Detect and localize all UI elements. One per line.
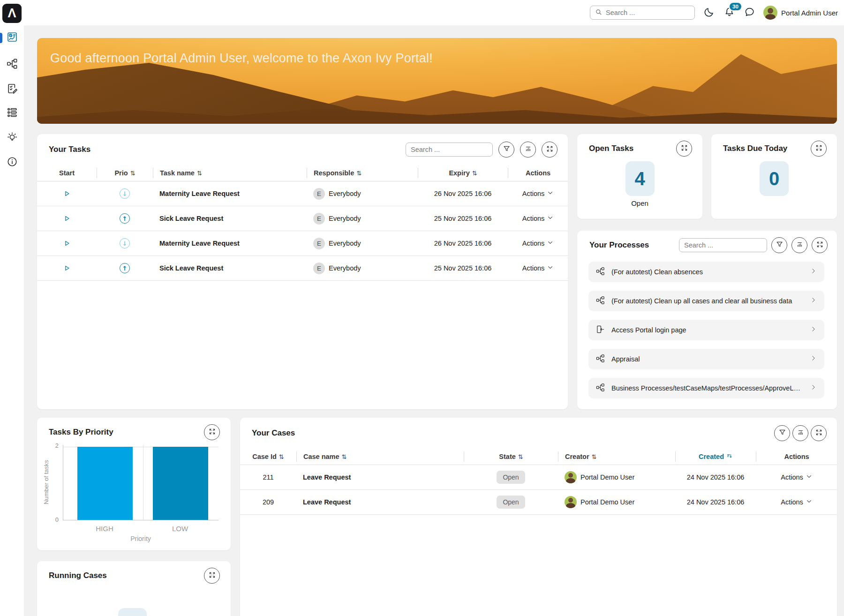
- task-expiry: 26 Nov 2025 16:06: [418, 240, 508, 247]
- portal-dashboard: Λ 30: [0, 0, 844, 616]
- task-row[interactable]: Sick Leave Request EEverybody 25 Nov 202…: [37, 206, 568, 231]
- col-case-id[interactable]: Case Id⇅: [240, 451, 296, 462]
- case-row[interactable]: 209 Leave Request Open Portal Demo User …: [240, 490, 837, 515]
- state-badge: Open: [497, 496, 525, 509]
- global-search[interactable]: [590, 6, 695, 20]
- tasks-chart-button[interactable]: [520, 142, 536, 158]
- open-tasks-title: Open Tasks: [589, 144, 633, 153]
- task-name: Sick Leave Request: [153, 215, 307, 222]
- cases-table-header: Case Id⇅ Case name⇅ State⇅ Creator⇅ Crea…: [240, 449, 837, 465]
- task-expiry: 25 Nov 2025 16:06: [418, 215, 508, 222]
- task-row[interactable]: Maternity Leave Request EEverybody 26 No…: [37, 181, 568, 206]
- case-actions-dropdown[interactable]: Actions: [781, 498, 812, 506]
- greeting-text: Good afternoon Portal Admin User, welcom…: [50, 51, 433, 66]
- chart-expand-button[interactable]: [204, 424, 220, 440]
- task-actions-dropdown[interactable]: Actions: [522, 215, 554, 222]
- col-expiry[interactable]: Expiry⇅: [418, 168, 508, 178]
- process-icon: [596, 383, 605, 394]
- cases-chart-button[interactable]: [792, 425, 808, 441]
- filter-icon: [503, 145, 511, 155]
- topbar: 30 Portal Admin User: [24, 0, 844, 25]
- col-case-name[interactable]: Case name⇅: [296, 451, 464, 462]
- sidebar-item-cases[interactable]: [0, 105, 24, 122]
- running-cases-count-box: [118, 608, 147, 616]
- axonivy-logo[interactable]: Λ: [2, 4, 22, 23]
- task-name: Maternity Leave Request: [153, 240, 307, 247]
- process-list: (For autotest) Clean absences (For autot…: [588, 262, 824, 398]
- start-task-button[interactable]: [62, 263, 72, 273]
- tasks-due-expand-button[interactable]: [811, 141, 827, 157]
- case-name: Leave Request: [296, 498, 464, 506]
- tasks-due-count[interactable]: 0: [760, 161, 789, 196]
- processes-search-input[interactable]: [684, 241, 762, 249]
- chevron-down-icon: [547, 190, 553, 197]
- task-row[interactable]: Maternity Leave Request EEverybody 26 No…: [37, 231, 568, 256]
- bar-low[interactable]: [153, 447, 208, 520]
- col-task-name[interactable]: Task name⇅: [153, 168, 307, 178]
- responsible-avatar: E: [313, 213, 325, 225]
- bar-high[interactable]: [77, 447, 133, 520]
- your-tasks-widget: Your Tasks Start Prio⇅ Task name⇅ Respon…: [37, 134, 568, 409]
- process-item[interactable]: Appraisal: [588, 349, 824, 369]
- open-tasks-count[interactable]: 4: [625, 161, 655, 196]
- task-actions-dropdown[interactable]: Actions: [522, 240, 554, 247]
- task-actions-dropdown[interactable]: Actions: [522, 190, 554, 197]
- start-task-button[interactable]: [62, 188, 72, 199]
- dark-mode-toggle[interactable]: [703, 7, 715, 19]
- sort-icon: ⇅: [592, 453, 597, 460]
- case-actions-dropdown[interactable]: Actions: [781, 473, 812, 481]
- your-tasks-title: Your Tasks: [49, 145, 400, 154]
- process-item[interactable]: (For autotest) Clean absences: [588, 262, 824, 282]
- col-created-sorted[interactable]: Created: [675, 451, 756, 462]
- tasks-search[interactable]: [406, 143, 493, 157]
- task-actions-dropdown[interactable]: Actions: [522, 264, 554, 272]
- responsible-avatar: E: [313, 188, 325, 200]
- sidebar-item-processes[interactable]: [0, 56, 24, 73]
- chart-icon: [796, 240, 804, 250]
- open-tasks-expand-button[interactable]: [676, 141, 692, 157]
- sidebar-item-ideas[interactable]: [0, 130, 24, 147]
- col-prio[interactable]: Prio⇅: [97, 168, 153, 178]
- feedback-button[interactable]: [743, 7, 755, 19]
- start-task-button[interactable]: [62, 238, 72, 248]
- tasks-filter-button[interactable]: [498, 142, 514, 158]
- processes-chart-button[interactable]: [791, 237, 807, 253]
- tasks-expand-button[interactable]: [542, 142, 558, 158]
- responsible-avatar: E: [313, 263, 325, 274]
- task-name: Sick Leave Request: [153, 264, 307, 272]
- global-search-input[interactable]: [606, 9, 690, 16]
- responsible-name: Everybody: [329, 264, 361, 272]
- process-item[interactable]: Access Portal login page: [588, 320, 824, 340]
- running-cases-expand-button[interactable]: [204, 568, 220, 584]
- process-item[interactable]: Business Processes/testCaseMaps/testProc…: [588, 378, 824, 398]
- tasks-search-input[interactable]: [411, 146, 488, 153]
- case-created: 24 Nov 2025 16:06: [675, 473, 756, 481]
- sort-icon: ⇅: [518, 453, 523, 460]
- your-cases-title: Your Cases: [252, 428, 772, 438]
- sidebar: Λ: [0, 0, 24, 616]
- processes-expand-button[interactable]: [812, 237, 828, 253]
- task-name: Maternity Leave Request: [153, 190, 307, 197]
- sidebar-item-dashboard[interactable]: [0, 30, 24, 46]
- col-start[interactable]: Start: [37, 168, 97, 178]
- col-state[interactable]: State⇅: [464, 451, 558, 462]
- start-task-button[interactable]: [62, 213, 72, 224]
- col-responsible[interactable]: Responsible⇅: [307, 168, 418, 178]
- process-item[interactable]: (For autotest) Clean up all cases and cl…: [588, 291, 824, 311]
- cases-filter-button[interactable]: [774, 425, 790, 441]
- col-creator[interactable]: Creator⇅: [558, 451, 675, 462]
- priority-low-icon: [120, 238, 130, 248]
- notifications-button[interactable]: 30: [723, 7, 735, 19]
- cases-expand-button[interactable]: [811, 425, 827, 441]
- sidebar-item-info[interactable]: [0, 154, 24, 171]
- tasks-by-priority-title: Tasks By Priority: [49, 428, 113, 437]
- processes-search[interactable]: [679, 238, 767, 252]
- task-row[interactable]: Sick Leave Request EEverybody 25 Nov 202…: [37, 256, 568, 281]
- user-menu[interactable]: Portal Admin User: [763, 6, 838, 20]
- process-icon: [596, 354, 605, 365]
- processes-filter-button[interactable]: [771, 237, 787, 253]
- sidebar-item-tasks[interactable]: [0, 81, 24, 98]
- chevron-right-icon: [810, 268, 817, 276]
- case-row[interactable]: 211 Leave Request Open Portal Demo User …: [240, 465, 837, 490]
- sort-desc-icon: [726, 453, 733, 461]
